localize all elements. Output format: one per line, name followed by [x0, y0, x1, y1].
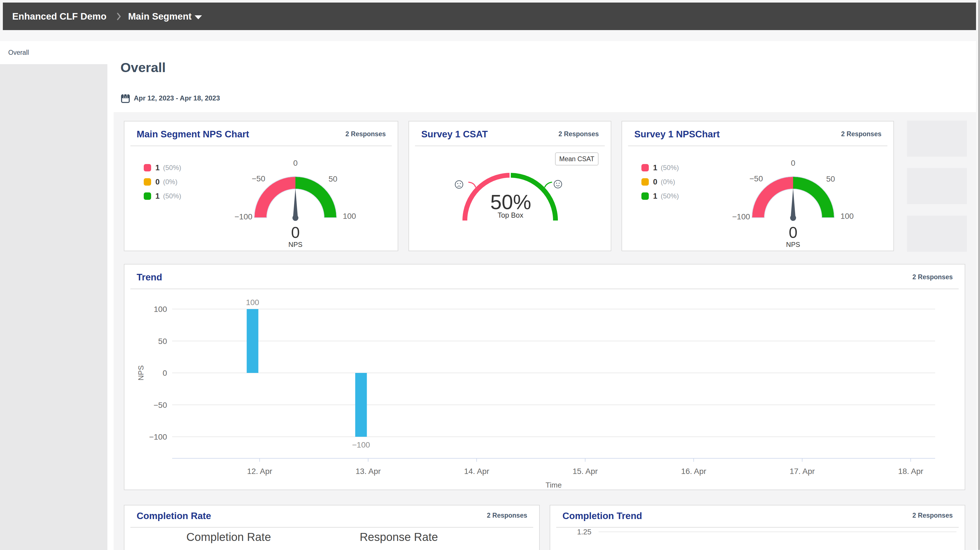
legend-percent: (0%)	[163, 178, 178, 186]
svg-text:100: 100	[840, 212, 854, 220]
loading-skeleton-block	[907, 168, 967, 204]
svg-text:0: 0	[293, 159, 298, 168]
date-range-picker[interactable]: Apr 12, 2023 - Apr 18, 2023	[121, 91, 220, 105]
legend-count: 1	[653, 163, 657, 172]
legend-swatch	[144, 164, 151, 171]
trend-bar-chart[interactable]: 100500−50−100NPS12. Apr13. Apr14. Apr15.…	[130, 296, 965, 494]
legend-percent: (50%)	[661, 164, 679, 172]
loading-skeleton-block	[907, 120, 967, 157]
svg-text:18. Apr: 18. Apr	[898, 467, 923, 476]
legend-swatch	[641, 192, 649, 200]
legend-swatch	[144, 178, 151, 185]
card-trend: Trend 2 Responses 100500−50−100NPS12. Ap…	[124, 264, 965, 490]
loading-skeleton-block	[907, 216, 967, 252]
svg-text:−100: −100	[149, 433, 167, 441]
svg-text:50: 50	[826, 174, 835, 183]
svg-text:0: 0	[291, 223, 300, 241]
card-divider	[130, 288, 959, 289]
calendar-icon	[121, 94, 130, 103]
legend-count: 1	[653, 192, 657, 201]
completion-trend-chart: 1.25	[550, 506, 965, 550]
card-main-segment-nps: Main Segment NPS Chart 2 Responses 1(50%…	[124, 121, 398, 251]
card-title: Trend	[137, 272, 162, 283]
breadcrumb-section-label: Main Segment	[128, 11, 192, 22]
svg-text:14. Apr: 14. Apr	[464, 467, 490, 476]
legend-swatch	[641, 164, 649, 171]
svg-text:13. Apr: 13. Apr	[356, 467, 381, 476]
subheader-strip	[0, 30, 980, 41]
card-title: Main Segment NPS Chart	[137, 129, 249, 139]
response-rate-column-header: Response Rate	[360, 531, 438, 544]
svg-text:−50: −50	[154, 401, 167, 409]
scrollbar-thumb[interactable]	[978, 0, 980, 550]
responses-count: 2 Responses	[558, 130, 599, 138]
svg-text:0: 0	[789, 223, 798, 241]
svg-text:16. Apr: 16. Apr	[681, 467, 706, 476]
svg-text:−100: −100	[732, 212, 750, 221]
legend-count: 0	[653, 178, 657, 187]
csat-gauge-chart: 50%Top Box	[430, 154, 591, 240]
legend-item-detractors: 1(50%)	[641, 164, 679, 171]
breadcrumb-app-title[interactable]: Enhanced CLF Demo	[12, 11, 107, 22]
svg-text:100: 100	[154, 305, 167, 314]
svg-text:NPS: NPS	[137, 365, 145, 380]
legend-count: 0	[155, 178, 160, 187]
svg-text:0: 0	[791, 159, 795, 168]
nps-gauge-chart: −100−500501000NPS	[221, 154, 369, 253]
nps-gauge-legend: 1(50%)0(0%)1(50%)	[144, 164, 181, 200]
legend-item-promoters: 1(50%)	[641, 192, 679, 200]
card-survey1-csat: Survey 1 CSAT 2 Responses Mean CSAT 50%T…	[409, 121, 611, 251]
dashboard-panel: Main Segment NPS Chart 2 Responses 1(50%…	[114, 112, 978, 550]
card-divider	[415, 146, 605, 146]
sidebar-item-overall[interactable]: Overall	[0, 41, 107, 64]
card-completion-rate: Completion Rate 2 Responses Completion R…	[124, 505, 540, 550]
responses-count: 2 Responses	[841, 130, 881, 138]
legend-percent: (50%)	[163, 192, 181, 200]
legend-percent: (50%)	[163, 164, 181, 172]
caret-down-icon	[194, 15, 202, 19]
segment-dropdown[interactable]: Main Segment	[128, 11, 202, 22]
legend-count: 1	[155, 163, 160, 172]
legend-swatch	[641, 178, 649, 185]
svg-text:Time: Time	[546, 481, 562, 489]
svg-text:0: 0	[162, 369, 167, 377]
card-divider	[628, 146, 888, 146]
card-title: Survey 1 NPSChart	[634, 129, 720, 139]
svg-text:50: 50	[328, 174, 337, 183]
page-title: Overall	[121, 60, 165, 75]
legend-percent: (0%)	[661, 178, 675, 186]
responses-count: 2 Responses	[912, 273, 953, 281]
responses-count: 2 Responses	[345, 130, 386, 138]
svg-text:−100: −100	[234, 212, 252, 221]
card-divider	[130, 527, 533, 528]
breadcrumb-chevron-icon	[117, 12, 121, 21]
svg-text:12. Apr: 12. Apr	[247, 467, 272, 476]
nps-gauge-chart: −100−500501000NPS	[719, 154, 867, 253]
card-survey1-npschart: Survey 1 NPSChart 2 Responses 1(50%)0(0%…	[622, 121, 894, 251]
card-title: Completion Rate	[137, 510, 211, 521]
svg-text:1.25: 1.25	[577, 528, 592, 536]
svg-text:50: 50	[158, 337, 167, 346]
scrollbar-track[interactable]	[976, 0, 980, 550]
completion-rate-column-header: Completion Rate	[186, 531, 271, 544]
card-title: Survey 1 CSAT	[421, 129, 488, 139]
svg-text:−100: −100	[352, 441, 370, 449]
card-completion-trend: Completion Trend 2 Responses 1.25	[550, 505, 965, 550]
svg-text:15. Apr: 15. Apr	[573, 467, 598, 476]
responses-count: 2 Responses	[487, 512, 527, 519]
legend-item-promoters: 1(50%)	[144, 192, 181, 200]
svg-text:−50: −50	[749, 174, 763, 183]
legend-item-passives: 0(0%)	[144, 178, 181, 185]
svg-text:100: 100	[246, 298, 259, 307]
svg-text:Top Box: Top Box	[498, 211, 523, 219]
legend-item-detractors: 1(50%)	[144, 164, 181, 171]
date-range-label: Apr 12, 2023 - Apr 18, 2023	[134, 94, 220, 102]
svg-text:17. Apr: 17. Apr	[790, 467, 815, 476]
sidebar-item-overall-label: Overall	[8, 49, 29, 57]
sidebar-body	[0, 64, 107, 550]
svg-text:NPS: NPS	[786, 241, 800, 248]
legend-count: 1	[155, 192, 160, 201]
svg-text:100: 100	[343, 212, 356, 220]
svg-text:−50: −50	[252, 174, 265, 183]
top-navigation-bar: Enhanced CLF Demo Main Segment	[3, 3, 976, 30]
